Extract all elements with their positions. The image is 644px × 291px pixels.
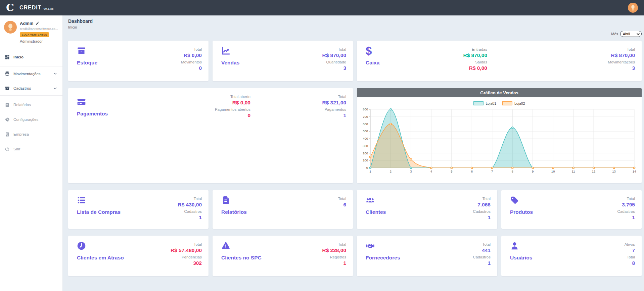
sidebar-menu: Início Movimentações Cadastros — [0, 51, 62, 155]
sidebar-item-empresa[interactable]: Empresa — [0, 129, 62, 140]
list-icon — [77, 196, 86, 205]
svg-text:100: 100 — [363, 158, 368, 162]
stat-value: R$ 0,00 — [207, 99, 250, 106]
edit-pencil-icon[interactable] — [35, 21, 39, 26]
card-title-caixa[interactable]: Caixa — [366, 60, 379, 66]
card-caixa: $ Caixa Entradas R$ 870,00 Saídas R$ 0,0… — [357, 41, 642, 81]
svg-text:400: 400 — [363, 137, 368, 140]
sales-chart: 0100200300400500600700800123456789101112… — [359, 107, 638, 177]
legend-item-loja02[interactable]: Loja02 — [502, 101, 525, 105]
card-clientes-em-atraso: Clientes em Atraso Total R$ 57.480,00 Pe… — [68, 236, 209, 276]
sidebar-item-label: Configurações — [13, 117, 38, 122]
user-avatar[interactable] — [628, 3, 638, 13]
user-name: Admin — [20, 21, 33, 26]
svg-text:0: 0 — [366, 166, 368, 169]
svg-text:4: 4 — [430, 169, 432, 173]
stat-value: 0 — [207, 112, 250, 118]
legend-item-loja01[interactable]: Loja01 — [473, 101, 496, 105]
power-icon — [5, 147, 10, 152]
page-title: Dashboard — [68, 18, 642, 24]
stat-label: Total aberto — [207, 94, 250, 99]
stat-value: 3 — [591, 65, 635, 71]
stat-value: 1 — [591, 214, 635, 221]
card-title-clientes-em-atraso[interactable]: Clientes em Atraso — [77, 255, 124, 261]
sidebar-item-configuracoes[interactable]: Configurações — [0, 114, 62, 125]
card-title-relatorios[interactable]: Relatórios — [221, 209, 247, 215]
sidebar-item-relatorios[interactable]: Relatórios — [0, 99, 62, 110]
app-version: v0.1.88 — [43, 7, 53, 10]
stat-label: Total — [591, 196, 635, 201]
chart-title: Gráfico de Vendas — [357, 88, 642, 97]
sidebar-item-label: Empresa — [13, 132, 29, 136]
svg-text:600: 600 — [363, 122, 368, 126]
stat-label: Total — [303, 242, 346, 247]
chevron-down-icon — [53, 72, 58, 76]
sidebar-item-inicio[interactable]: Início — [0, 51, 62, 63]
stat-label: Total — [303, 196, 346, 201]
stat-label: Movimentações — [591, 60, 635, 65]
svg-text:700: 700 — [363, 115, 368, 118]
stat-label: Ativos — [591, 242, 635, 247]
card-title-pagamentos[interactable]: Pagamentos — [77, 111, 108, 117]
archive-icon — [5, 86, 10, 91]
stat-value: 1 — [447, 260, 491, 266]
svg-text:12: 12 — [592, 169, 596, 173]
card-title-clientes[interactable]: Clientes — [366, 209, 386, 215]
card-title-lista-de-compras[interactable]: Lista de Compras — [77, 209, 121, 215]
svg-text:11: 11 — [572, 169, 575, 173]
stat-value: 7.066 — [447, 201, 491, 208]
profile-block: Admin credit@anronsoftware.co... LOJA VE… — [0, 15, 62, 47]
sidebar-item-sair[interactable]: Sair — [0, 143, 62, 155]
avatar[interactable] — [4, 21, 17, 34]
legend-swatch — [473, 101, 484, 105]
svg-text:14: 14 — [633, 169, 636, 173]
sidebar-item-label: Sair — [13, 147, 20, 151]
month-select[interactable]: Abril — [620, 31, 642, 37]
database-icon — [5, 71, 10, 76]
stat-label: Pagamentos abertos — [207, 107, 250, 112]
stat-label: Pagamentos — [303, 107, 346, 112]
stat-label: Cadastros — [447, 255, 491, 260]
card-title-estoque[interactable]: Estoque — [77, 60, 97, 66]
svg-text:3: 3 — [410, 169, 412, 173]
svg-text:13: 13 — [612, 169, 616, 173]
dashboard-grid: Estoque Total R$ 0,00 Movimentos 0 Venda… — [68, 41, 642, 276]
stat-value: R$ 870,00 — [591, 52, 635, 58]
breadcrumb: Início — [68, 25, 642, 29]
card-estoque: Estoque Total R$ 0,00 Movimentos 0 — [68, 41, 209, 81]
clipboard-icon — [5, 102, 10, 107]
stat-label: Total — [447, 196, 491, 201]
svg-text:10: 10 — [551, 169, 555, 173]
stat-label: Movimentos — [158, 60, 202, 65]
stat-label: Total — [447, 242, 491, 247]
card-title-vendas[interactable]: Vendas — [221, 60, 239, 66]
svg-text:6: 6 — [471, 169, 473, 173]
sidebar-item-cadastros[interactable]: Cadastros — [0, 81, 62, 96]
card-pagamentos: Pagamentos Total aberto R$ 0,00 Pagament… — [68, 88, 353, 183]
user-icon — [510, 241, 519, 250]
svg-text:1: 1 — [369, 169, 371, 173]
card-lista-de-compras: Lista de Compras Total R$ 430,00 Cadastr… — [68, 190, 209, 229]
stat-label: Cadastros — [447, 209, 491, 214]
sales-chart-card: Gráfico de Vendas Loja01 Loja02 01002003… — [357, 88, 642, 183]
store-badge: LOJA VERTENTES — [20, 32, 49, 37]
stat-value: R$ 870,00 — [444, 52, 487, 58]
stat-label: Total — [158, 242, 202, 247]
svg-text:8: 8 — [512, 169, 513, 173]
card-title-produtos[interactable]: Produtos — [510, 209, 533, 215]
stat-label: Total — [303, 47, 346, 52]
svg-text:500: 500 — [363, 129, 368, 133]
sidebar-item-label: Início — [13, 55, 24, 59]
stat-label: Total — [591, 47, 635, 52]
stat-value: 3.795 — [591, 201, 635, 208]
legend-swatch — [502, 101, 512, 105]
person-icon — [4, 21, 17, 34]
svg-text:2: 2 — [390, 169, 392, 173]
month-filter-row: Mês Abril — [68, 31, 642, 37]
sidebar-item-movimentacoes[interactable]: Movimentações — [0, 66, 62, 81]
card-title-fornecedores[interactable]: Fornecedores — [366, 255, 400, 261]
stat-value: 1 — [158, 214, 202, 221]
card-title-clientes-no-spc[interactable]: Clientes no SPC — [221, 255, 262, 261]
stat-value: R$ 870,00 — [303, 52, 346, 58]
card-title-usuarios[interactable]: Usuários — [510, 255, 532, 261]
